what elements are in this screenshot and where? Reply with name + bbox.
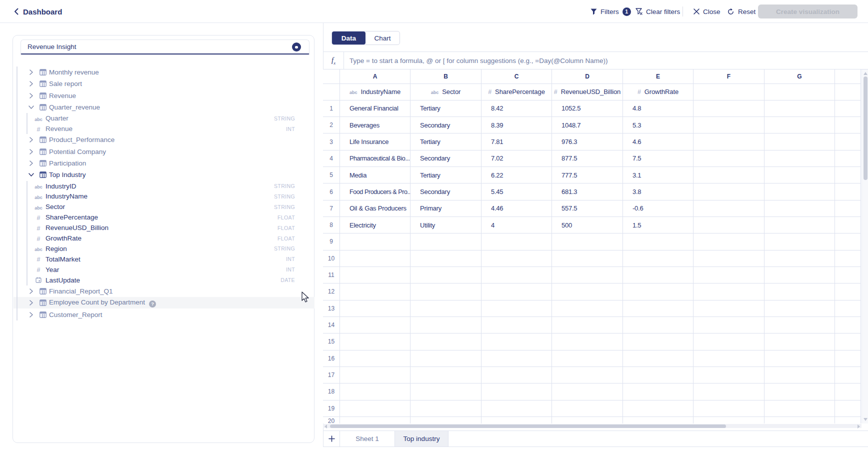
scroll-right-arrow[interactable] xyxy=(858,424,860,428)
grid-cell[interactable] xyxy=(764,334,835,350)
grid-cell[interactable]: 4.8 xyxy=(623,100,694,117)
grid-cell[interactable]: 4 xyxy=(482,217,552,234)
grid-cell[interactable] xyxy=(482,250,552,267)
grid-cell[interactable]: 5.45 xyxy=(482,184,552,200)
formula-input[interactable]: Type = to start a formula, @ or [ for co… xyxy=(350,52,608,69)
tree-table-revenue[interactable]: Revenue xyxy=(14,90,314,101)
row-number[interactable]: 18 xyxy=(323,384,340,400)
grid-cell[interactable]: 777.5 xyxy=(552,167,623,184)
grid-cell[interactable]: General Financial xyxy=(340,100,410,117)
grid-cell[interactable] xyxy=(552,400,623,417)
grid-cell[interactable] xyxy=(340,334,410,350)
grid-cell[interactable] xyxy=(835,284,861,300)
grid-cell[interactable] xyxy=(552,367,623,384)
vertical-scroll-thumb[interactable] xyxy=(864,76,868,180)
grid-cell[interactable] xyxy=(835,117,861,134)
grid-cell[interactable]: 1.5 xyxy=(623,217,694,234)
row-number[interactable]: 2 xyxy=(323,117,340,134)
create-visualization-button[interactable]: Create visualization xyxy=(758,4,858,18)
grid-cell[interactable] xyxy=(623,317,694,334)
grid-cell[interactable] xyxy=(694,150,764,167)
grid-cell[interactable] xyxy=(552,384,623,400)
grid-cell[interactable] xyxy=(410,234,482,250)
grid-cell[interactable]: Tertiary xyxy=(410,167,482,184)
chevron-right-icon[interactable] xyxy=(28,69,34,76)
grid-cell[interactable] xyxy=(340,350,410,367)
grid-cell[interactable] xyxy=(694,334,764,350)
grid-cell[interactable] xyxy=(482,300,552,317)
grid-cell[interactable] xyxy=(694,300,764,317)
chevron-down-icon[interactable] xyxy=(28,104,34,110)
filters-button[interactable]: Filters 1 xyxy=(590,0,631,23)
help-icon[interactable]: ? xyxy=(149,300,156,308)
tree-table-customer-report[interactable]: Customer_Report xyxy=(14,308,314,320)
grid-cell[interactable] xyxy=(482,234,552,250)
grid-cell[interactable]: 4.6 xyxy=(623,134,694,150)
grid-cell[interactable] xyxy=(835,334,861,350)
grid-cell[interactable] xyxy=(835,350,861,367)
sheet-tab-sheet-1[interactable]: Sheet 1 xyxy=(340,431,395,446)
grid-cell[interactable] xyxy=(340,367,410,384)
clear-filters-button[interactable]: Clear filters xyxy=(636,0,680,23)
row-number[interactable]: 3 xyxy=(323,134,340,150)
grid-cell[interactable] xyxy=(340,300,410,317)
column-letter[interactable]: A xyxy=(340,70,410,84)
scroll-up-arrow[interactable] xyxy=(864,72,868,75)
tree-table-sale-report[interactable]: Sale report xyxy=(14,78,314,90)
grid-cell[interactable] xyxy=(623,267,694,284)
tree-table-potential-company[interactable]: Potential Company xyxy=(14,146,314,157)
grid-cell[interactable] xyxy=(410,417,482,424)
grid-cell[interactable] xyxy=(694,350,764,367)
grid-cell[interactable]: 8.42 xyxy=(482,100,552,117)
field-header-cell[interactable]: abcSector xyxy=(410,84,482,100)
grid-cell[interactable] xyxy=(764,184,835,200)
grid-cell[interactable] xyxy=(623,234,694,250)
scroll-left-arrow[interactable] xyxy=(324,424,327,428)
row-number[interactable]: 14 xyxy=(323,317,340,334)
grid-cell[interactable] xyxy=(764,350,835,367)
field-header-cell[interactable]: abcIndustryName xyxy=(340,84,410,100)
row-number[interactable]: 9 xyxy=(323,234,340,250)
grid-cell[interactable] xyxy=(623,367,694,384)
column-letter[interactable]: G xyxy=(764,70,835,84)
grid-cell[interactable] xyxy=(552,417,623,424)
row-number[interactable]: 10 xyxy=(323,250,340,267)
grid-cell[interactable]: 5.3 xyxy=(623,117,694,134)
grid-corner-cell[interactable] xyxy=(323,70,340,84)
grid-cell[interactable] xyxy=(623,417,694,424)
row-number[interactable]: 19 xyxy=(323,400,340,417)
grid-cell[interactable] xyxy=(835,167,861,184)
tab-data[interactable]: Data xyxy=(332,32,366,44)
grid-cell[interactable]: Tertiary xyxy=(410,100,482,117)
field-header-cell[interactable]: #RevenueUSD_Billion xyxy=(552,84,623,100)
horizontal-scroll-thumb[interactable] xyxy=(330,424,726,428)
grid-cell[interactable] xyxy=(694,400,764,417)
chevron-right-icon[interactable] xyxy=(28,300,34,306)
grid-cell[interactable] xyxy=(340,234,410,250)
sheet-tab-top-industry[interactable]: Top industry xyxy=(395,431,448,446)
grid-cell[interactable] xyxy=(694,267,764,284)
chevron-right-icon[interactable] xyxy=(28,92,34,99)
grid-cell[interactable] xyxy=(340,400,410,417)
tree-field-revenueusd_billion[interactable]: #RevenueUSD_BillionFLOAT xyxy=(14,222,314,233)
grid-cell[interactable] xyxy=(764,217,835,234)
row-number[interactable]: 6 xyxy=(323,184,340,200)
grid-cell[interactable] xyxy=(694,234,764,250)
grid-cell[interactable] xyxy=(482,367,552,384)
row-number[interactable]: 1 xyxy=(323,100,340,117)
chevron-right-icon[interactable] xyxy=(28,80,34,87)
grid-cell[interactable]: Secondary xyxy=(410,150,482,167)
column-letter[interactable]: F xyxy=(694,70,764,84)
grid-cell[interactable] xyxy=(694,250,764,267)
grid-cell[interactable]: Tertiary xyxy=(410,134,482,150)
grid-cell[interactable] xyxy=(623,334,694,350)
grid-cell[interactable] xyxy=(835,234,861,250)
grid-cell[interactable] xyxy=(835,134,861,150)
grid-cell[interactable] xyxy=(764,267,835,284)
tree-field-year[interactable]: #YearINT xyxy=(14,264,314,275)
field-header-cell[interactable] xyxy=(764,84,835,100)
field-header-cell[interactable] xyxy=(694,84,764,100)
column-letter[interactable]: E xyxy=(623,70,694,84)
grid-cell[interactable]: -0.6 xyxy=(623,200,694,217)
add-sheet-button[interactable] xyxy=(324,431,340,446)
